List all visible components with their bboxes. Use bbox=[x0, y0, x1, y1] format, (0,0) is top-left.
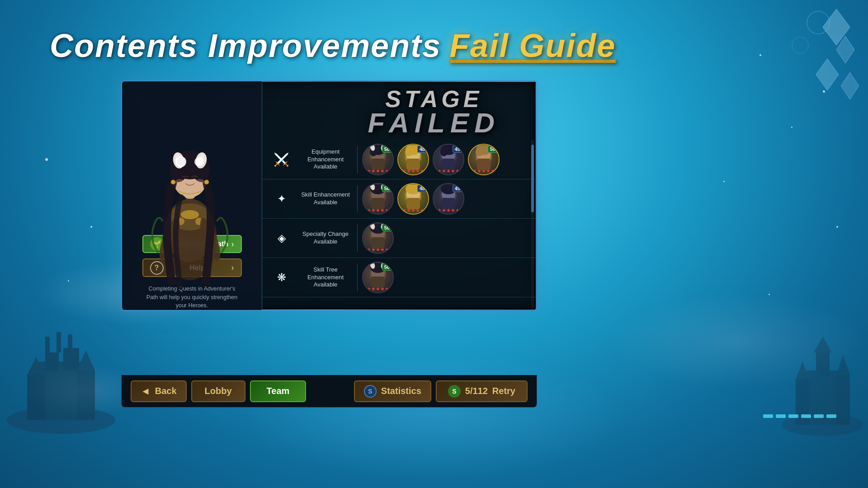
specialty-icon-area: ◈ bbox=[269, 232, 294, 244]
lobby-button[interactable]: Lobby bbox=[191, 380, 245, 402]
hero-stars bbox=[367, 208, 389, 212]
skill-icon: ✦ bbox=[277, 192, 286, 205]
svg-rect-49 bbox=[371, 198, 385, 209]
svg-rect-9 bbox=[77, 371, 95, 420]
statistics-label: Statistics bbox=[381, 386, 421, 396]
scroll-thumb bbox=[531, 145, 534, 212]
hero-portrait[interactable]: 50 bbox=[362, 262, 394, 293]
equipment-icon-area: ⚔️ bbox=[269, 152, 294, 167]
svg-rect-10 bbox=[45, 352, 59, 371]
equipment-icon: ⚔️ bbox=[274, 152, 289, 167]
castle-left bbox=[0, 307, 122, 443]
hero-stars bbox=[402, 208, 425, 212]
deco-bar-4 bbox=[801, 414, 811, 418]
bottom-left-buttons: ◄ Back Lobby Team bbox=[131, 380, 306, 402]
svg-rect-69 bbox=[371, 277, 385, 288]
bottom-decoration bbox=[763, 414, 836, 418]
hero-stars bbox=[473, 169, 495, 173]
specialty-change-row: ◈ Specialty ChangeAvailable bbox=[262, 219, 536, 258]
svg-rect-27 bbox=[371, 159, 385, 170]
hero-portrait[interactable]: 50 bbox=[362, 144, 394, 175]
sparkle bbox=[791, 127, 793, 128]
svg-point-76 bbox=[181, 210, 199, 219]
title-area: Contents Improvements Fail Guide bbox=[50, 27, 616, 64]
sparkle bbox=[45, 158, 48, 161]
character-svg bbox=[122, 95, 258, 298]
svg-rect-55 bbox=[406, 198, 420, 209]
specialty-icon: ◈ bbox=[278, 232, 286, 244]
divider bbox=[357, 225, 358, 252]
svg-point-93 bbox=[175, 179, 184, 184]
hero-level-badge: 45 bbox=[453, 185, 462, 192]
svg-marker-13 bbox=[77, 350, 95, 371]
sparkle bbox=[90, 226, 92, 228]
hero-level-badge: 45 bbox=[453, 145, 462, 153]
bottom-right-buttons: S Statistics S 5/112 Retry bbox=[354, 380, 528, 402]
svg-rect-8 bbox=[27, 375, 45, 420]
svg-marker-24 bbox=[814, 337, 832, 352]
hero-stars bbox=[402, 169, 425, 173]
back-button[interactable]: ◄ Back bbox=[131, 380, 187, 402]
svg-rect-34 bbox=[406, 159, 420, 170]
back-label: Back bbox=[155, 386, 177, 396]
sparkle bbox=[723, 181, 725, 182]
hero-portrait[interactable]: 45 bbox=[433, 144, 464, 175]
hero-stars bbox=[438, 208, 460, 212]
skill-icon-area: ✦ bbox=[269, 192, 294, 205]
retry-button[interactable]: S 5/112 Retry bbox=[436, 380, 528, 402]
statistics-button[interactable]: S Statistics bbox=[354, 380, 431, 402]
svg-rect-63 bbox=[371, 237, 385, 249]
specialty-heroes: 50 bbox=[362, 222, 394, 254]
skill-heroes: 50 48 bbox=[362, 183, 464, 215]
equipment-heroes: 50 4 bbox=[362, 144, 500, 175]
sparkle bbox=[760, 54, 761, 56]
deco-bar-5 bbox=[814, 414, 824, 418]
svg-rect-59 bbox=[442, 198, 455, 209]
sparkle bbox=[823, 90, 825, 93]
hero-stars bbox=[367, 248, 389, 252]
sparkle bbox=[68, 280, 69, 282]
divider bbox=[357, 264, 358, 291]
hero-portrait[interactable]: 45 bbox=[433, 183, 464, 215]
svg-rect-15 bbox=[57, 332, 61, 352]
specialty-label: Specialty ChangeAvailable bbox=[298, 230, 353, 246]
svg-point-94 bbox=[195, 179, 204, 184]
lobby-label: Lobby bbox=[205, 386, 232, 396]
skill-enhancement-row: ✦ Skill EnhancementAvailable bbox=[262, 179, 536, 219]
hero-portrait[interactable]: 50 bbox=[362, 183, 394, 215]
hero-level-badge: 50 bbox=[382, 224, 392, 231]
retry-label: Retry bbox=[492, 386, 515, 396]
skill-tree-icon-area: ❋ bbox=[269, 271, 294, 284]
hero-level-badge: 48 bbox=[417, 185, 427, 192]
svg-point-96 bbox=[204, 180, 209, 184]
hero-portrait[interactable]: 50 bbox=[468, 144, 500, 175]
right-panel: ⚔️ EquipmentEnhancement Available bbox=[262, 140, 536, 310]
back-arrow-icon: ◄ bbox=[141, 385, 151, 397]
divider bbox=[357, 146, 358, 173]
svg-rect-44 bbox=[477, 159, 491, 170]
skill-tree-heroes: 50 bbox=[362, 262, 394, 293]
svg-point-41 bbox=[440, 147, 448, 156]
team-button[interactable]: Team bbox=[250, 380, 307, 402]
svg-point-91 bbox=[177, 158, 184, 165]
hero-portrait[interactable]: 50 bbox=[362, 222, 394, 254]
svg-rect-20 bbox=[836, 375, 850, 425]
currency-icon: S bbox=[448, 385, 461, 398]
hero-portrait[interactable]: 48 bbox=[397, 144, 429, 175]
equipment-label: EquipmentEnhancement Available bbox=[298, 148, 353, 171]
svg-rect-14 bbox=[45, 337, 50, 352]
svg-point-36 bbox=[405, 147, 412, 156]
svg-point-46 bbox=[476, 147, 483, 156]
hero-level-badge: 50 bbox=[382, 145, 392, 153]
scroll-indicator[interactable] bbox=[531, 140, 534, 310]
bottom-bar: ◄ Back Lobby Team S Statistics S 5/112 R… bbox=[121, 375, 537, 408]
deco-bar-3 bbox=[788, 414, 798, 418]
skill-tree-icon: ❋ bbox=[277, 271, 286, 284]
failed-label: FAILED bbox=[368, 107, 500, 139]
castle-right bbox=[778, 307, 868, 443]
hero-stars bbox=[438, 169, 460, 173]
skill-label: Skill EnhancementAvailable bbox=[298, 191, 353, 206]
hero-portrait[interactable]: 48 bbox=[397, 183, 429, 215]
sparkle bbox=[836, 226, 838, 228]
svg-marker-22 bbox=[836, 355, 850, 375]
